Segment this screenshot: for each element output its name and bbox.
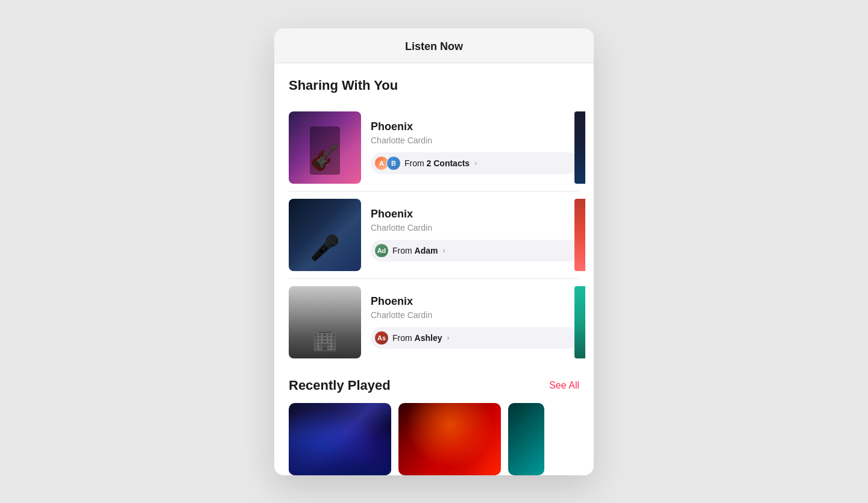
track-info-2: Phoenix Charlotte Cardin Ad From Adam ›	[371, 208, 579, 261]
side-peek-3	[574, 286, 585, 358]
from-text-3: From Ashley	[392, 333, 442, 343]
see-all-button[interactable]: See All	[549, 380, 579, 391]
recently-played-card-2[interactable]	[398, 403, 501, 475]
track-artist-3: Charlotte Cardin	[371, 310, 579, 320]
contact-avatars-1: A B	[374, 156, 401, 170]
album-art-2	[289, 199, 361, 271]
recently-played-grid	[274, 403, 594, 475]
from-text-1: From 2 Contacts	[404, 158, 470, 168]
track-info-1: Phoenix Charlotte Cardin A B	[371, 120, 579, 174]
from-text-2: From Adam	[392, 246, 438, 255]
sharing-item-2[interactable]: Phoenix Charlotte Cardin Ad From Adam ›	[289, 192, 579, 279]
sharing-section: Sharing With You Phoenix Charlotte Cardi…	[289, 78, 579, 366]
chevron-right-icon-3: ›	[447, 334, 449, 342]
app-header: Listen Now	[274, 28, 594, 63]
from-contacts-badge-1[interactable]: A B From 2 Contacts ›	[371, 152, 579, 174]
track-artist-2: Charlotte Cardin	[371, 223, 579, 233]
chevron-right-icon-1: ›	[474, 159, 477, 167]
sharing-list: Phoenix Charlotte Cardin A B	[289, 104, 579, 366]
track-artist-1: Charlotte Cardin	[371, 136, 579, 145]
sharing-item[interactable]: Phoenix Charlotte Cardin A B	[289, 104, 579, 192]
album-art-1	[289, 111, 361, 184]
main-content: Sharing With You Phoenix Charlotte Cardi…	[274, 63, 594, 475]
app-card: Listen Now Sharing With You Phoenix Char…	[274, 28, 594, 475]
from-adam-badge[interactable]: Ad From Adam ›	[371, 240, 579, 261]
avatar-ashley: As	[374, 331, 389, 345]
chevron-right-icon-2: ›	[442, 246, 445, 255]
sharing-item-3[interactable]: Phoenix Charlotte Cardin As From Ashley …	[289, 279, 579, 366]
recently-played-header: Recently Played See All	[289, 378, 579, 393]
contact-avatars-2: Ad	[374, 243, 389, 258]
album-art-3	[289, 286, 361, 358]
recently-played-card-1[interactable]	[289, 403, 391, 475]
side-peek-2	[574, 199, 585, 271]
track-title-1: Phoenix	[371, 120, 579, 133]
contact-avatars-3: As	[374, 331, 389, 345]
avatar-2: B	[386, 156, 401, 170]
track-title-2: Phoenix	[371, 208, 579, 220]
track-info-3: Phoenix Charlotte Cardin As From Ashley …	[371, 295, 579, 349]
recently-played-title: Recently Played	[289, 378, 391, 393]
recently-played-section: Recently Played See All	[289, 366, 579, 475]
track-title-3: Phoenix	[371, 295, 579, 308]
recently-played-card-3[interactable]	[508, 403, 544, 475]
from-ashley-badge[interactable]: As From Ashley ›	[371, 327, 579, 349]
side-peek-1	[574, 111, 585, 184]
header-title: Listen Now	[405, 40, 463, 52]
avatar-adam: Ad	[374, 243, 389, 258]
sharing-section-title: Sharing With You	[289, 78, 579, 93]
